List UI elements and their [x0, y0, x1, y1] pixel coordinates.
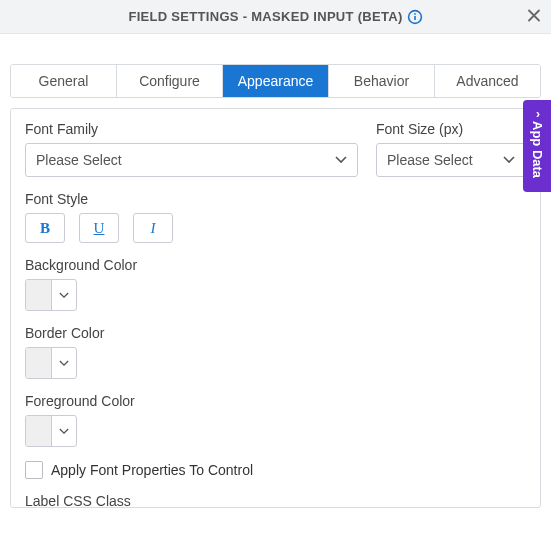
font-size-select[interactable]: Please Select — [376, 143, 526, 177]
chevron-left-icon: ‹ — [536, 108, 540, 122]
foreground-color-swatch — [26, 416, 52, 446]
tab-configure[interactable]: Configure — [117, 65, 223, 97]
tab-appearance[interactable]: Appearance — [223, 65, 329, 97]
font-size-label: Font Size (px) — [376, 121, 526, 137]
foreground-color-label: Foreground Color — [25, 393, 526, 409]
font-style-group: B U I — [25, 213, 526, 243]
app-data-side-tab[interactable]: ‹ App Data — [523, 100, 551, 192]
chevron-down-icon — [52, 280, 76, 310]
border-color-swatch — [26, 348, 52, 378]
apply-font-label: Apply Font Properties To Control — [51, 462, 253, 478]
dialog-header: FIELD SETTINGS - MASKED INPUT (BETA) — [0, 0, 551, 34]
close-icon[interactable] — [527, 6, 541, 27]
foreground-color-picker[interactable] — [25, 415, 77, 447]
appearance-panel: Font Family Please Select Font Size (px)… — [10, 108, 541, 508]
bold-button[interactable]: B — [25, 213, 65, 243]
border-color-label: Border Color — [25, 325, 526, 341]
background-color-picker[interactable] — [25, 279, 77, 311]
font-family-label: Font Family — [25, 121, 358, 137]
background-color-swatch — [26, 280, 52, 310]
apply-font-checkbox[interactable] — [25, 461, 43, 479]
info-icon[interactable] — [407, 9, 423, 25]
italic-button[interactable]: I — [133, 213, 173, 243]
dialog-title: FIELD SETTINGS - MASKED INPUT (BETA) — [128, 9, 402, 24]
label-css-label: Label CSS Class — [25, 493, 526, 508]
apply-font-row: Apply Font Properties To Control — [25, 461, 526, 479]
svg-rect-2 — [414, 13, 416, 15]
tab-behavior[interactable]: Behavior — [329, 65, 435, 97]
chevron-down-icon — [52, 348, 76, 378]
chevron-down-icon — [52, 416, 76, 446]
svg-rect-1 — [414, 16, 416, 20]
font-family-select[interactable]: Please Select — [25, 143, 358, 177]
border-color-picker[interactable] — [25, 347, 77, 379]
tab-general[interactable]: General — [11, 65, 117, 97]
background-color-label: Background Color — [25, 257, 526, 273]
font-style-label: Font Style — [25, 191, 526, 207]
side-tab-label: App Data — [530, 121, 545, 178]
tab-bar: General Configure Appearance Behavior Ad… — [10, 64, 541, 98]
underline-button[interactable]: U — [79, 213, 119, 243]
tab-advanced[interactable]: Advanced — [435, 65, 540, 97]
